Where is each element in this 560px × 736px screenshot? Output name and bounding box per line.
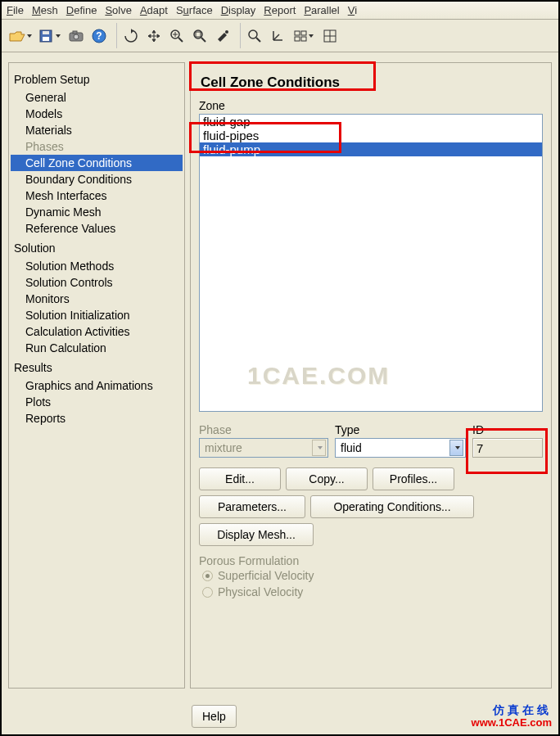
phase-label: Phase [199, 423, 328, 436]
svg-point-15 [225, 30, 228, 34]
svg-rect-22 [301, 31, 306, 35]
menu-bar: File Mesh Define Solve Adapt Surface Dis… [2, 2, 558, 20]
svg-rect-2 [43, 31, 49, 34]
svg-rect-14 [196, 32, 201, 37]
tree-item-mesh-interfaces[interactable]: Mesh Interfaces [11, 187, 183, 204]
menu-display[interactable]: Display [221, 4, 256, 16]
tree-item-plots[interactable]: Plots [11, 394, 183, 410]
type-value: fluid [341, 441, 362, 454]
copy-button[interactable]: Copy... [286, 467, 368, 490]
phase-combo: mixture [199, 438, 328, 458]
arrange-icon[interactable] [319, 25, 341, 47]
tree-item-graphics-animations[interactable]: Graphics and Animations [11, 377, 183, 394]
zoom-in-icon[interactable] [166, 25, 187, 47]
svg-line-9 [178, 38, 183, 42]
parameters-button[interactable]: Parameters... [199, 495, 305, 518]
tree-item-dynamic-mesh[interactable]: Dynamic Mesh [11, 204, 183, 220]
axes-icon[interactable] [267, 25, 288, 47]
tree-item-boundary-conditions[interactable]: Boundary Conditions [11, 171, 183, 187]
display-mesh-button[interactable]: Display Mesh... [199, 523, 314, 546]
tree-item-materials[interactable]: Materials [11, 122, 183, 138]
phase-value: mixture [205, 441, 242, 454]
svg-rect-24 [301, 37, 306, 41]
toolbar: ? [2, 20, 558, 52]
tree-item-cell-zone-conditions[interactable]: Cell Zone Conditions [11, 155, 183, 171]
tree-item-phases: Phases [11, 138, 183, 155]
profiles-button[interactable]: Profiles... [373, 467, 454, 490]
menu-file[interactable]: File [7, 4, 24, 16]
tree-item-solution-methods[interactable]: Solution Methods [11, 258, 183, 274]
menu-view[interactable]: Vi [348, 4, 357, 16]
rotate-icon[interactable] [120, 25, 142, 47]
menu-solve[interactable]: Solve [105, 4, 132, 16]
zone-item-fluid-pipes[interactable]: fluid-pipes [200, 129, 542, 142]
tree-item-calculation-activities[interactable]: Calculation Activities [11, 323, 183, 340]
tree-item-solution-initialization[interactable]: Solution Initialization [11, 307, 183, 323]
menu-mesh[interactable]: Mesh [32, 4, 58, 16]
save-button[interactable] [36, 25, 64, 47]
operating-conditions-button[interactable]: Operating Conditions... [310, 495, 474, 518]
id-field: 7 [472, 438, 543, 458]
radio-physical-velocity: Physical Velocity [199, 584, 543, 600]
zoom-box-icon[interactable] [189, 25, 210, 47]
menu-parallel[interactable]: Parallel [304, 4, 339, 16]
menu-surface[interactable]: Surface [176, 4, 213, 16]
id-label: ID [472, 423, 543, 436]
svg-line-13 [201, 38, 205, 42]
tree-item-reference-values[interactable]: Reference Values [11, 220, 183, 237]
svg-rect-23 [295, 37, 300, 41]
svg-text:?: ? [96, 30, 102, 42]
svg-rect-5 [73, 31, 77, 34]
tree-item-monitors[interactable]: Monitors [11, 291, 183, 307]
help-toolbar-button[interactable]: ? [88, 25, 110, 47]
svg-point-16 [249, 30, 257, 38]
tree-item-general[interactable]: General [11, 89, 183, 106]
fit-icon[interactable] [244, 25, 265, 47]
svg-rect-21 [295, 31, 300, 35]
tree-item-reports[interactable]: Reports [11, 410, 183, 427]
menu-adapt[interactable]: Adapt [140, 4, 168, 16]
zone-listbox[interactable]: fluid-gap fluid-pipes fluid-pump [199, 114, 543, 412]
menu-report[interactable]: Report [264, 4, 296, 16]
porous-formulation-label: Porous Formulation [199, 554, 543, 567]
tree-section-results[interactable]: Results [11, 356, 183, 377]
views-icon[interactable] [290, 25, 318, 47]
type-label: Type [335, 423, 466, 436]
svg-line-20 [273, 34, 279, 40]
chevron-down-icon [312, 440, 326, 456]
radio-superficial-velocity: Superficial Velocity [199, 567, 543, 584]
outline-tree: Problem Setup General Models Materials P… [8, 62, 185, 689]
pan-icon[interactable] [143, 25, 165, 47]
main-area: Problem Setup General Models Materials P… [2, 56, 558, 695]
tree-item-models[interactable]: Models [11, 106, 183, 122]
zone-item-fluid-pump[interactable]: fluid-pump [200, 142, 542, 156]
tree-section-problem-setup[interactable]: Problem Setup [11, 68, 183, 89]
radio-icon [202, 587, 213, 598]
panel-title: Cell Zone Conditions [199, 71, 543, 99]
zone-item-fluid-gap[interactable]: fluid-gap [200, 115, 542, 129]
svg-point-4 [74, 34, 79, 39]
menu-define[interactable]: Define [66, 4, 97, 16]
footer: Help [192, 705, 237, 728]
porous-formulation-group: Porous Formulation Superficial Velocity … [199, 554, 543, 600]
tree-item-solution-controls[interactable]: Solution Controls [11, 274, 183, 291]
task-panel: Cell Zone Conditions Zone fluid-gap flui… [190, 62, 552, 689]
radio-icon [202, 571, 213, 581]
svg-line-17 [256, 38, 260, 42]
probe-icon[interactable] [212, 25, 233, 47]
tree-item-run-calculation[interactable]: Run Calculation [11, 340, 183, 356]
chevron-down-icon[interactable] [449, 440, 463, 456]
corner-watermark: 仿真在线 www.1CAE.com [472, 703, 552, 729]
svg-rect-1 [43, 37, 49, 41]
type-combo[interactable]: fluid [335, 438, 466, 458]
zone-label: Zone [199, 99, 543, 112]
screenshot-button[interactable] [65, 25, 87, 47]
open-button[interactable] [7, 25, 34, 47]
edit-button[interactable]: Edit... [199, 467, 281, 490]
help-button[interactable]: Help [192, 705, 237, 728]
tree-section-solution[interactable]: Solution [11, 237, 183, 258]
